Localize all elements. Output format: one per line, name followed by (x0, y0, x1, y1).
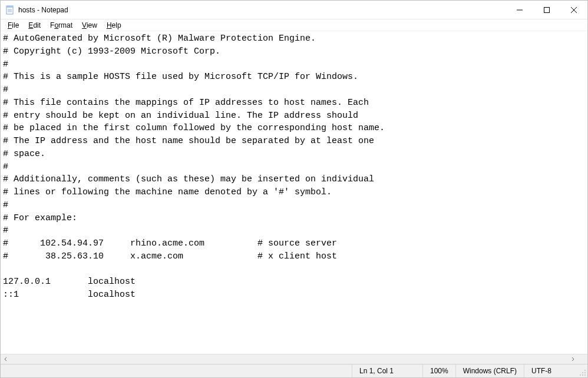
resize-grip-icon[interactable] (577, 364, 587, 377)
menubar: File Edit Format View Help (1, 19, 587, 31)
menu-help[interactable]: Help (102, 20, 126, 31)
scrollbar-track[interactable] (11, 354, 567, 364)
status-spacer (1, 364, 352, 377)
scrollbar-corner (577, 354, 587, 364)
titlebar: hosts - Notepad (1, 1, 587, 19)
status-encoding: UTF-8 (524, 364, 577, 377)
menu-help-rest: elp (112, 21, 121, 29)
scroll-right-arrow-icon[interactable] (567, 354, 577, 364)
status-line-ending: Windows (CRLF) (456, 364, 524, 377)
svg-point-14 (584, 374, 586, 376)
scroll-left-arrow-icon[interactable] (1, 354, 11, 364)
svg-point-9 (584, 370, 586, 371)
maximize-button[interactable] (533, 1, 560, 19)
svg-point-13 (582, 374, 583, 376)
menu-edit-rest: dit (33, 21, 41, 29)
close-button[interactable] (560, 1, 587, 19)
horizontal-scrollbar[interactable] (1, 354, 587, 364)
svg-point-10 (582, 372, 583, 373)
menu-view-accelerator: V (82, 21, 87, 29)
svg-rect-1 (6, 6, 13, 8)
notepad-icon (5, 5, 15, 15)
svg-point-12 (580, 374, 581, 376)
menu-format[interactable]: Format (45, 20, 77, 31)
text-editor[interactable]: # AutoGenerated by Microsoft (R) Malware… (1, 31, 587, 354)
status-cursor-position: Ln 1, Col 1 (352, 364, 423, 377)
window-title: hosts - Notepad (18, 6, 506, 14)
menu-format-rest: rmat (58, 21, 72, 29)
svg-point-11 (584, 372, 586, 373)
menu-edit[interactable]: Edit (24, 20, 45, 31)
svg-rect-6 (544, 7, 550, 12)
editor-area: # AutoGenerated by Microsoft (R) Malware… (1, 31, 587, 364)
minimize-button[interactable] (506, 1, 533, 19)
menu-file-rest: ile (12, 21, 19, 29)
menu-help-accelerator: H (107, 21, 112, 29)
window-controls (506, 1, 587, 19)
menu-file[interactable]: File (3, 20, 24, 31)
menu-view[interactable]: View (77, 20, 102, 31)
menu-view-rest: iew (87, 21, 97, 29)
status-zoom: 100% (423, 364, 456, 377)
statusbar: Ln 1, Col 1 100% Windows (CRLF) UTF-8 (1, 364, 587, 377)
